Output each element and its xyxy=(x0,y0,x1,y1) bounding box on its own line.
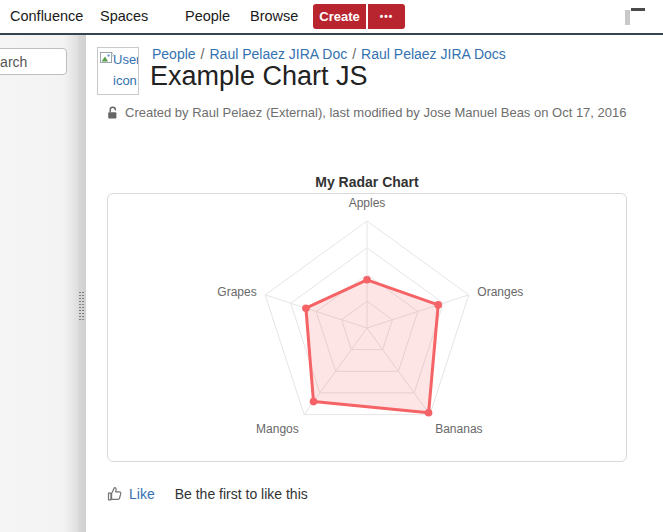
radar-data-point[interactable] xyxy=(302,304,310,312)
radar-axis-label: Mangos xyxy=(256,422,299,436)
like-section: Like Be the first to like this xyxy=(107,486,308,502)
app-header: Confluence Spaces People Browse Create •… xyxy=(0,0,663,35)
like-button[interactable]: Like xyxy=(107,486,155,502)
breadcrumb-people[interactable]: People xyxy=(152,46,196,62)
breadcrumb-separator: / xyxy=(352,46,356,62)
clipped-header-icon xyxy=(625,10,630,25)
radar-axis-label: Apples xyxy=(349,196,386,210)
confluence-logo-link[interactable]: Confluence xyxy=(10,8,83,24)
more-actions-button[interactable]: ••• xyxy=(368,4,405,29)
search-input[interactable] xyxy=(0,48,67,75)
radar-data-point[interactable] xyxy=(425,409,433,417)
radar-data-point[interactable] xyxy=(434,301,442,309)
sidebar xyxy=(0,35,78,532)
radar-axis-label: Grapes xyxy=(217,285,256,299)
chart-title: My Radar Chart xyxy=(107,174,627,190)
breadcrumb-space[interactable]: Raul Pelaez JIRA Doc xyxy=(209,46,347,62)
radar-axis-label: Bananas xyxy=(435,422,482,436)
like-message: Be the first to like this xyxy=(175,486,308,502)
create-button[interactable]: Create xyxy=(313,4,366,29)
breadcrumb: People/Raul Pelaez JIRA Doc/Raul Pelaez … xyxy=(152,46,506,62)
divider-gripper-icon[interactable] xyxy=(79,292,85,320)
avatar-alt-text: User icon: xyxy=(113,49,139,91)
radar-chart-canvas[interactable]: ApplesOrangesBananasMangosGrapes xyxy=(108,194,626,461)
page-title: Example Chart JS xyxy=(150,61,368,92)
page-content: User icon: People/Raul Pelaez JIRA Doc/R… xyxy=(86,35,663,532)
like-label: Like xyxy=(129,486,155,502)
clipped-header-icon xyxy=(631,8,645,11)
unlocked-padlock-icon xyxy=(107,106,119,120)
sidebar-resize-divider[interactable] xyxy=(78,35,86,532)
byline-text: Created by Raul Pelaez (External), last … xyxy=(125,105,627,120)
nav-people[interactable]: People xyxy=(185,8,230,24)
byline: Created by Raul Pelaez (External), last … xyxy=(107,105,627,120)
radar-data-point[interactable] xyxy=(363,276,371,284)
nav-browse[interactable]: Browse xyxy=(250,8,298,24)
radar-data-polygon xyxy=(306,280,438,413)
breadcrumb-page[interactable]: Raul Pelaez JIRA Docs xyxy=(361,46,506,62)
chart-panel: ApplesOrangesBananasMangosGrapes xyxy=(107,193,627,462)
breadcrumb-separator: / xyxy=(201,46,205,62)
radar-data-point[interactable] xyxy=(310,398,318,406)
broken-image-icon xyxy=(100,52,114,64)
user-avatar-broken-image[interactable]: User icon: xyxy=(97,47,139,95)
radar-axis-label: Oranges xyxy=(477,285,523,299)
nav-spaces[interactable]: Spaces xyxy=(100,8,148,24)
thumbs-up-icon xyxy=(107,486,123,502)
